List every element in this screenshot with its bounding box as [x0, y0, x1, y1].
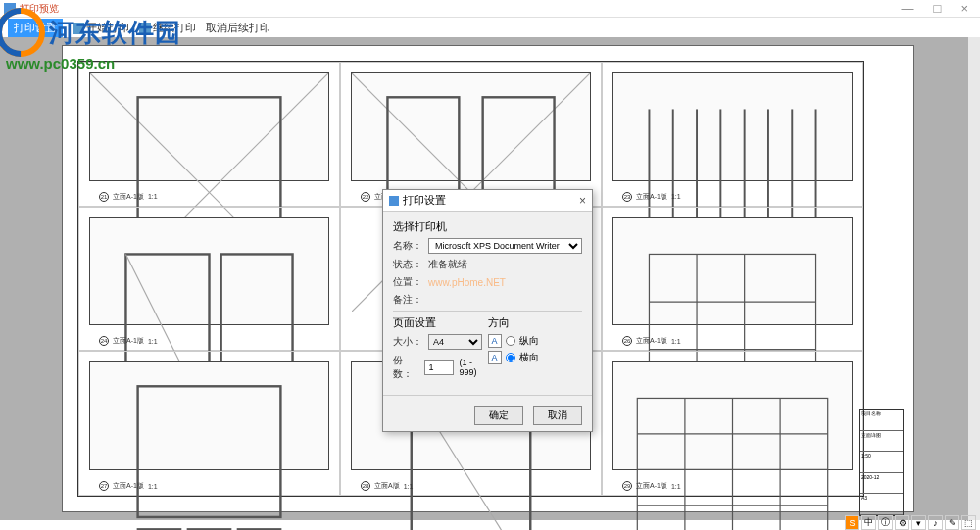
tray-icon[interactable]: ✎: [945, 515, 959, 530]
tray-icon[interactable]: ▾: [911, 515, 926, 530]
landscape-radio[interactable]: [506, 353, 515, 362]
cancel-button[interactable]: 取消: [533, 406, 582, 425]
portrait-radio[interactable]: [506, 336, 515, 346]
dialog-title-bar[interactable]: 打印设置 ×: [383, 190, 592, 212]
landscape-icon: A: [488, 351, 502, 364]
size-label: 大小：: [393, 335, 422, 349]
portrait-label: 纵向: [519, 334, 539, 348]
printer-select[interactable]: Microsoft XPS Document Writer: [428, 238, 582, 254]
copies-input[interactable]: [424, 360, 454, 375]
drawing-cell: 21立面A-1版1:1: [78, 62, 340, 207]
drawing-cell: 26立面A-1版1:1: [602, 207, 863, 352]
tray-icon[interactable]: ⚙: [895, 515, 909, 530]
print-settings-dialog: 打印设置 × 选择打印机 名称： Microsoft XPS Document …: [382, 189, 593, 432]
tray-icon[interactable]: ⬚: [961, 515, 976, 530]
landscape-label: 横向: [519, 351, 539, 364]
drawing-cell: 27立面A-1版1:1: [78, 351, 340, 496]
location-label: 位置：: [393, 275, 422, 289]
menu-continue-print[interactable]: 继续打印: [139, 21, 196, 35]
system-tray: S 中 ⓘ ⚙ ▾ ♪ ✎ ⬚: [845, 515, 976, 530]
window-controls: — □ ×: [902, 1, 976, 16]
portrait-icon: A: [488, 334, 502, 348]
copies-label: 份数：: [393, 354, 418, 381]
paper-size-select[interactable]: A4: [428, 334, 482, 350]
comment-label: 备注：: [393, 293, 422, 307]
menu-bar: 打印设置 开始打印 继续打印 取消后续打印: [0, 18, 980, 37]
tray-icon[interactable]: ⓘ: [878, 515, 893, 530]
drawing-cell: 24立面A-1版1:1: [78, 207, 340, 352]
copies-range: (1 - 999): [460, 358, 488, 377]
app-icon: [4, 3, 16, 15]
menu-print-settings[interactable]: 打印设置: [8, 19, 63, 37]
name-label: 名称：: [393, 239, 422, 253]
drawing-cell: 23立面A-1版1:1: [602, 62, 863, 207]
close-button[interactable]: ×: [960, 1, 968, 16]
drawing-cell: 22立面A-1版1:1: [340, 62, 602, 207]
ime-icon[interactable]: S: [845, 515, 859, 530]
maximize-button[interactable]: □: [934, 1, 942, 16]
dialog-icon: [389, 196, 399, 206]
svg-rect-24: [138, 387, 281, 518]
dialog-watermark: www.pHome.NET: [428, 277, 582, 288]
title-bar: 打印预览 — □ ×: [0, 0, 980, 18]
window-title: 打印预览: [20, 2, 902, 16]
dialog-close-button[interactable]: ×: [579, 194, 586, 208]
dialog-title: 打印设置: [403, 194, 446, 206]
continue-icon: [139, 23, 151, 34]
tray-icon[interactable]: 中: [861, 515, 876, 530]
status-label: 状态：: [393, 258, 422, 271]
title-block: 项目名称 立面详图 1:50 2020-12 A3: [859, 409, 904, 516]
printer-section-label: 选择打印机: [393, 219, 582, 234]
orient-section-label: 方向: [488, 315, 583, 330]
minimize-button[interactable]: —: [902, 1, 914, 16]
vertical-scrollbar[interactable]: [968, 37, 980, 520]
status-value: 准备就绪: [428, 258, 582, 271]
drawing-cell: 29立面A-1版1:1: [602, 351, 863, 496]
page-section-label: 页面设置: [393, 315, 488, 330]
ok-button[interactable]: 确定: [474, 406, 523, 425]
tray-icon[interactable]: ♪: [928, 515, 943, 530]
menu-start-print[interactable]: 开始打印: [73, 21, 129, 35]
print-icon: [73, 23, 84, 34]
menu-cancel-print[interactable]: 取消后续打印: [206, 21, 270, 35]
